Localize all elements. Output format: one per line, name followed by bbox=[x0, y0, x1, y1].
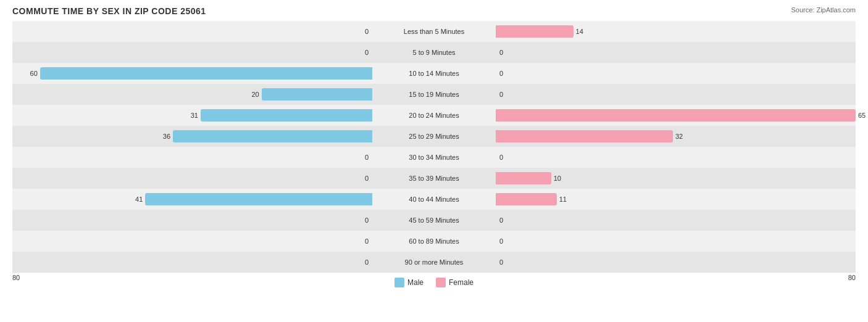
female-zero: 0 bbox=[499, 154, 503, 161]
legend-male: Male bbox=[394, 278, 424, 287]
male-zero: 0 bbox=[365, 217, 369, 224]
male-value: 36 bbox=[163, 133, 170, 140]
female-legend-label: Female bbox=[449, 278, 474, 287]
male-zero: 0 bbox=[365, 28, 369, 35]
table-row: 36 25 to 29 Minutes 32 bbox=[12, 126, 856, 147]
right-half: 10 bbox=[496, 168, 856, 189]
table-row: 0 30 to 34 Minutes 0 bbox=[12, 147, 856, 168]
right-half: 0 bbox=[496, 252, 856, 273]
table-row: 0 35 to 39 Minutes 10 bbox=[12, 168, 856, 189]
female-value: 14 bbox=[576, 28, 583, 35]
female-value: 11 bbox=[559, 196, 567, 203]
row-label: 60 to 89 Minutes bbox=[372, 237, 496, 245]
row-label: 15 to 19 Minutes bbox=[372, 91, 496, 98]
left-half: 41 bbox=[12, 189, 372, 210]
source-label: Source: ZipAtlas.com bbox=[791, 6, 856, 14]
male-zero: 0 bbox=[365, 154, 369, 161]
left-half: 0 bbox=[12, 147, 372, 168]
left-half: 0 bbox=[12, 21, 372, 42]
right-half: 14 bbox=[496, 21, 856, 42]
right-half: 32 bbox=[496, 126, 856, 147]
table-row: 0 45 to 59 Minutes 0 bbox=[12, 210, 856, 231]
table-row: 60 10 to 14 Minutes 0 bbox=[12, 63, 856, 84]
chart-container: COMMUTE TIME BY SEX IN ZIP CODE 25061 So… bbox=[0, 0, 868, 322]
female-zero: 0 bbox=[499, 258, 503, 266]
left-half: 31 bbox=[12, 105, 372, 126]
bottom-left-label: 80 bbox=[12, 274, 20, 287]
row-label: 35 to 39 Minutes bbox=[372, 175, 496, 182]
male-value: 60 bbox=[30, 70, 38, 77]
table-row: 0 Less than 5 Minutes 14 bbox=[12, 21, 856, 42]
female-bar: 11 bbox=[496, 193, 557, 205]
table-row: 0 5 to 9 Minutes 0 bbox=[12, 42, 856, 63]
chart-rows: 0 Less than 5 Minutes 14 0 5 to 9 Minute… bbox=[12, 21, 856, 273]
legend: Male Female bbox=[394, 278, 474, 287]
right-half: 0 bbox=[496, 63, 856, 84]
female-zero: 0 bbox=[499, 237, 503, 245]
row-label: 45 to 59 Minutes bbox=[372, 217, 496, 224]
right-half: 0 bbox=[496, 231, 856, 252]
female-zero: 0 bbox=[499, 49, 503, 56]
left-half: 20 bbox=[12, 84, 372, 105]
female-value: 10 bbox=[554, 175, 561, 182]
female-zero: 0 bbox=[499, 217, 503, 224]
male-value: 41 bbox=[135, 196, 143, 203]
row-label: 40 to 44 Minutes bbox=[372, 196, 496, 203]
row-label: Less than 5 Minutes bbox=[372, 28, 496, 35]
female-value: 32 bbox=[675, 133, 683, 140]
left-half: 36 bbox=[12, 126, 372, 147]
right-half: 0 bbox=[496, 84, 856, 105]
table-row: 41 40 to 44 Minutes 11 bbox=[12, 189, 856, 210]
row-label: 25 to 29 Minutes bbox=[372, 133, 496, 140]
left-half: 0 bbox=[12, 168, 372, 189]
left-half: 60 bbox=[12, 63, 372, 84]
row-label: 20 to 24 Minutes bbox=[372, 112, 496, 119]
row-label: 10 to 14 Minutes bbox=[372, 70, 496, 77]
right-half: 0 bbox=[496, 42, 856, 63]
row-label: 90 or more Minutes bbox=[372, 258, 496, 266]
male-zero: 0 bbox=[365, 237, 369, 245]
left-half: 0 bbox=[12, 210, 372, 231]
chart-title: COMMUTE TIME BY SEX IN ZIP CODE 25061 bbox=[12, 6, 856, 16]
male-zero: 0 bbox=[365, 175, 369, 182]
right-half: 0 bbox=[496, 147, 856, 168]
left-half: 0 bbox=[12, 252, 372, 273]
female-color-swatch bbox=[436, 278, 446, 287]
legend-female: Female bbox=[436, 278, 474, 287]
male-bar: 36 bbox=[173, 130, 372, 142]
left-half: 0 bbox=[12, 231, 372, 252]
female-zero: 0 bbox=[499, 70, 503, 77]
row-label: 30 to 34 Minutes bbox=[372, 154, 496, 161]
bottom-right-label: 80 bbox=[848, 274, 856, 287]
female-bar: 14 bbox=[496, 25, 574, 38]
female-bar: 65 bbox=[496, 109, 856, 122]
male-value: 31 bbox=[191, 112, 198, 119]
female-bar: 32 bbox=[496, 130, 673, 142]
male-zero: 0 bbox=[365, 258, 369, 266]
female-value: 65 bbox=[858, 112, 866, 119]
female-zero: 0 bbox=[499, 91, 503, 98]
table-row: 0 60 to 89 Minutes 0 bbox=[12, 231, 856, 252]
male-bar: 31 bbox=[201, 109, 372, 122]
male-bar: 20 bbox=[262, 88, 372, 101]
male-value: 20 bbox=[251, 91, 259, 98]
right-half: 65 bbox=[496, 105, 856, 126]
male-color-swatch bbox=[394, 278, 404, 287]
female-bar: 10 bbox=[496, 172, 551, 184]
table-row: 31 20 to 24 Minutes 65 bbox=[12, 105, 856, 126]
row-label: 5 to 9 Minutes bbox=[372, 49, 496, 56]
bottom-labels: 80 Male Female 80 bbox=[12, 274, 856, 287]
male-zero: 0 bbox=[365, 49, 369, 56]
male-bar: 60 bbox=[40, 67, 372, 80]
male-bar: 41 bbox=[145, 193, 372, 205]
right-half: 11 bbox=[496, 189, 856, 210]
right-half: 0 bbox=[496, 210, 856, 231]
table-row: 0 90 or more Minutes 0 bbox=[12, 252, 856, 273]
table-row: 20 15 to 19 Minutes 0 bbox=[12, 84, 856, 105]
male-legend-label: Male bbox=[407, 278, 424, 287]
left-half: 0 bbox=[12, 42, 372, 63]
